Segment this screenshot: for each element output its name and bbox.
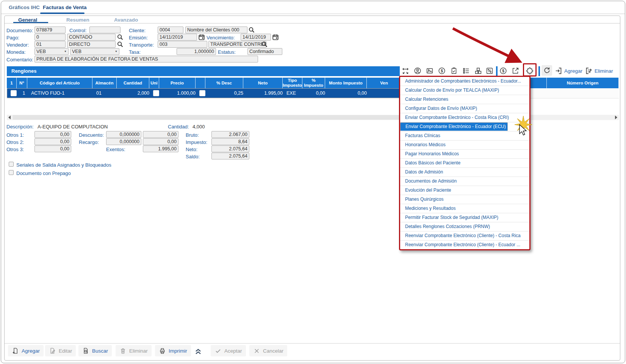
money-icon[interactable]: $ [499,67,507,75]
documento-label: Documento: [6,28,33,33]
discount-icon[interactable] [485,67,494,75]
refresh-icon[interactable] [543,66,551,75]
pago-search-icon[interactable] [117,34,124,41]
otros1-field[interactable]: 0,00 [34,131,71,138]
menu-item[interactable]: Pagar Honorarios Médicos [400,150,529,159]
aceptar-button[interactable]: Aceptar [211,345,246,356]
remove-row-icon[interactable] [585,67,593,75]
cliente-search-icon[interactable] [248,27,255,33]
documento-field[interactable]: 078879 [34,27,66,33]
moneda-select-1[interactable]: VEB▼ [34,48,69,55]
list-icon[interactable] [462,67,470,75]
cliente-name-field[interactable]: Nombre del Clientes 000 [185,27,247,33]
eliminar-button[interactable]: Eliminar [116,345,152,356]
vencimiento-field[interactable]: 14/11/2019 [241,34,271,41]
comentario-field[interactable]: PRUEBA DE ELABORACIÓN DE FACTORA DE VENT… [34,56,258,62]
cell-button[interactable] [199,90,205,96]
menu-item[interactable]: Mediciones y Resultados [400,204,529,213]
control-field[interactable] [89,27,121,33]
price-icon[interactable]: $ [438,67,446,75]
menu-item[interactable]: Datos de Admisión [400,168,529,177]
column-header[interactable]: Número Origen [547,78,619,88]
export-icon[interactable] [511,67,520,75]
column-header[interactable]: Almacén [92,78,117,88]
tab-facturas-de-venta[interactable]: Facturas de Venta [43,5,87,10]
collapse-toolbar-button[interactable] [194,347,203,356]
emision-field[interactable]: 14/11/2019 [158,34,197,41]
menu-item[interactable]: Planes Quirúrgicos [400,195,529,204]
menu-item[interactable]: Calcular Retenciones [400,95,529,104]
menu-item[interactable]: Detalles Renglones Cotizaciones (PRNW) [400,222,529,231]
cell-button[interactable] [11,90,17,96]
subtab-avanzado[interactable]: Avanzado [114,17,138,23]
column-header[interactable]: Neto [243,78,283,88]
column-header[interactable]: % Desc [205,78,243,88]
column-header[interactable]: 1 [7,78,17,88]
moneda-select-2[interactable]: VEB▼ [70,48,119,55]
subtab-resumen[interactable]: Resumen [66,17,89,23]
menu-item[interactable]: Enviar Comprobante Electrónico - Ecuador… [400,122,508,131]
column-header[interactable]: Precio [159,78,196,88]
pago-name-field[interactable]: CONTADO [67,34,116,41]
menu-item[interactable]: Administrador de Comprobantes Electrónic… [400,77,529,86]
estatus-value: Confirmado [247,48,282,55]
scroll-right-icon[interactable] [615,116,617,119]
column-header[interactable]: Uni [149,78,159,88]
seriales-checkbox[interactable] [9,162,14,167]
descuento-amount-field[interactable]: 0,00 [143,131,178,138]
column-header[interactable]: Tipo Impuesto [283,78,302,88]
menu-item[interactable]: Permitir Facturar Stock de Seguridad (MA… [400,213,529,222]
imprimir-button[interactable]: Imprimir [155,345,191,356]
image-icon[interactable] [426,67,434,75]
cell-button[interactable] [153,90,159,96]
tab-graficos-ihc[interactable]: Gráficos IHC [9,5,40,10]
menu-item[interactable]: Datos Básicos del Paciente [400,159,529,168]
tasa-field[interactable]: 1,000000 [177,48,216,55]
menu-item[interactable]: Calcular Costo de Envío por TEALCA (MAXI… [400,86,529,95]
descuento-factor-field[interactable]: 0,000000 [106,131,141,138]
vendedor-name-field[interactable]: DIRECTO [67,41,116,48]
add-row-icon[interactable] [554,67,563,75]
buscar-button[interactable]: Buscar [78,345,112,356]
menu-item[interactable]: Evolución del Paciente [400,186,529,195]
vendedor-search-icon[interactable] [117,41,124,48]
customer-icon[interactable] [413,67,422,75]
menu-item[interactable]: Enviar Comprobante Electrónico - Costa R… [400,113,529,122]
menu-item[interactable]: Reenviar Comprobante Electrónico (Client… [400,241,529,249]
transporte-search-icon[interactable] [261,41,268,48]
transporte-name-field[interactable]: TRANSPORTE CONTRERA [208,41,266,48]
vendedor-code-field[interactable]: 01 [34,41,66,48]
vencimiento-calendar-icon[interactable] [272,34,279,41]
recargo-factor-field[interactable]: 0,000000 [106,138,141,145]
tasks-icon[interactable] [450,67,458,75]
column-header[interactable] [196,78,205,88]
scroll-left-icon[interactable] [8,116,11,119]
menu-item[interactable]: Facturas Clínicas [400,131,529,141]
menu-item[interactable]: Reenviar Comprobante Electrónico (Client… [400,231,529,241]
recargo-amount-field[interactable]: 0,00 [143,138,178,145]
column-header[interactable]: % Impuesto [302,78,325,88]
emision-calendar-icon[interactable] [198,34,205,41]
menu-item[interactable]: Documentos de Admisión [400,177,529,186]
otros2-field[interactable]: 0,00 [34,138,71,145]
column-header[interactable]: Cantidad [117,78,149,88]
agregar-button[interactable]: Agregar [8,345,44,356]
descripcion-label: Descripción: [6,124,34,130]
column-header[interactable]: Monto Impuesto [325,78,367,88]
column-header[interactable]: Ven [367,78,402,88]
transporte-code-field[interactable]: 003 [158,41,207,48]
editar-button[interactable]: Editar [45,345,76,356]
otros3-field[interactable]: 0,00 [34,145,71,152]
menu-item[interactable]: Configurar Datos de Envío (MAXIP) [400,104,529,113]
prepago-checkbox[interactable] [9,170,14,175]
column-header[interactable]: Código del Artículo [27,78,92,88]
fit-width-icon[interactable] [401,67,410,75]
column-header[interactable]: N° [17,78,27,88]
grid-eliminar-button[interactable]: Eliminar [595,68,613,74]
grid-agregar-button[interactable]: Agregar [564,68,582,74]
cancelar-button[interactable]: Cancelar [249,345,287,356]
cliente-code-field[interactable]: 0004 [158,27,183,33]
menu-item[interactable]: Honorarios Médicos [400,141,529,150]
packages-icon[interactable] [474,67,482,75]
pago-code-field[interactable]: 0 [34,34,66,41]
